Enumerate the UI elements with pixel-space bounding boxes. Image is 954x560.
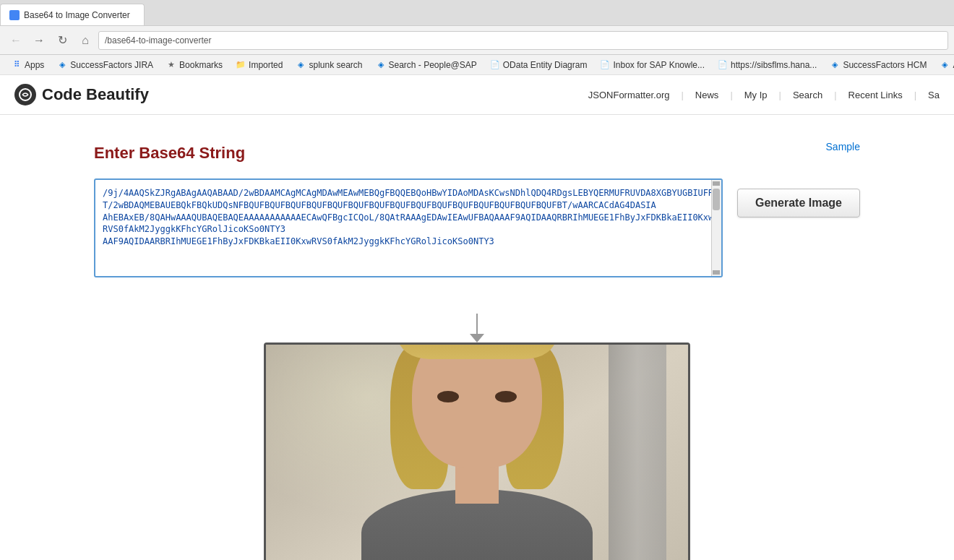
bookmark-inbox-label: Inbox for SAP Knowle... <box>613 60 705 70</box>
address-bar[interactable]: /base64-to-image-converter <box>98 31 948 50</box>
base64-input[interactable]: /9j/4AAQSkZJRgABAgAAQABAAD/2wBDAAMCAgMCA… <box>95 180 721 274</box>
bookmark-apps-label: Apps <box>25 60 44 70</box>
reload-button[interactable]: ↻ <box>52 30 72 51</box>
home-button[interactable]: ⌂ <box>75 30 95 51</box>
bookmark-imported-label: Imported <box>249 60 283 70</box>
svg-marker-2 <box>470 334 484 343</box>
site-nav: JSONFormatter.org | News | My Ip | Searc… <box>588 90 940 100</box>
scrollbar-thumb[interactable] <box>713 189 720 210</box>
inbox-icon: 📄 <box>600 60 610 70</box>
back-button[interactable]: ← <box>6 30 26 51</box>
nav-search[interactable]: Search <box>793 90 822 100</box>
sf-icon: ◈ <box>57 60 67 70</box>
active-tab[interactable]: Base64 to Image Converter <box>0 4 145 25</box>
bookmark-splunk[interactable]: ◈ splunk search <box>290 59 368 72</box>
bookmark-sf-hcm-label: SuccessFactors HCM <box>843 60 927 70</box>
forward-button[interactable]: → <box>29 30 49 51</box>
tab-title: Base64 to Image Converter <box>24 10 130 20</box>
scrollbar[interactable] <box>711 180 721 276</box>
sibs-icon: 📄 <box>718 60 728 70</box>
sf-hcm-icon: ◈ <box>830 60 840 70</box>
bookmark-odata-label: OData Entity Diagram <box>503 60 588 70</box>
bookmark-apps[interactable]: ⠿ Apps <box>6 59 50 72</box>
folder-icon: 📁 <box>236 60 246 70</box>
apilist-icon: ◈ <box>940 60 950 70</box>
bookmark-sf-jira[interactable]: ◈ SuccessFactors JIRA <box>51 59 159 72</box>
bookmark-bookmarks[interactable]: ★ Bookmarks <box>160 59 228 72</box>
nav-sa[interactable]: Sa <box>928 90 940 100</box>
generate-image-button[interactable]: Generate Image <box>737 189 860 217</box>
bookmark-sf-jira-label: SuccessFactors JIRA <box>70 60 153 70</box>
connector-arrow <box>405 314 549 343</box>
sample-link[interactable]: Sample <box>826 141 860 152</box>
bookmark-search-people-label: Search - People@SAP <box>389 60 477 70</box>
browser-frame: Base64 to Image Converter ← → ↻ ⌂ /base6… <box>0 0 954 560</box>
bookmark-bookmarks-label: Bookmarks <box>179 60 223 70</box>
nav-json-formatter[interactable]: JSONFormatter.org <box>588 90 670 100</box>
address-url: /base64-to-image-converter <box>105 35 211 46</box>
website-header: Code Beautify JSONFormatter.org | News |… <box>0 75 954 115</box>
apps-icon: ⠿ <box>12 60 22 70</box>
odata-icon: 📄 <box>490 60 500 70</box>
bookmarks-bar: ⠿ Apps ◈ SuccessFactors JIRA ★ Bookmarks… <box>0 55 954 75</box>
splunk-icon: ◈ <box>296 60 306 70</box>
star-icon: ★ <box>166 60 176 70</box>
site-logo: Code Beautify <box>14 84 149 105</box>
bookmark-apilist[interactable]: ◈ APIList-Modu... <box>934 59 954 72</box>
bookmark-https-sibs[interactable]: 📄 https://sibsflms.hana... <box>712 59 822 72</box>
bookmark-search-people[interactable]: ◈ Search - People@SAP <box>370 59 483 72</box>
output-section <box>94 314 860 560</box>
logo-text: Code Beautify <box>42 85 149 104</box>
bookmark-odata[interactable]: 📄 OData Entity Diagram <box>484 59 593 72</box>
main-content: Enter Base64 String Sample /9j/4AAQSkZJR… <box>0 115 954 560</box>
bookmark-imported[interactable]: 📁 Imported <box>230 59 288 72</box>
svg-point-0 <box>20 89 31 100</box>
page-section: Enter Base64 String Sample /9j/4AAQSkZJR… <box>80 129 874 560</box>
bookmark-inbox[interactable]: 📄 Inbox for SAP Knowle... <box>594 59 710 72</box>
bookmark-splunk-label: splunk search <box>309 60 362 70</box>
nav-my-ip[interactable]: My Ip <box>744 90 768 100</box>
logo-icon <box>14 84 36 105</box>
generated-image <box>266 345 688 560</box>
bookmark-https-sibs-label: https://sibsflms.hana... <box>731 60 817 70</box>
section-title: Enter Base64 String <box>94 144 245 163</box>
tab-bar: Base64 to Image Converter <box>0 0 954 26</box>
textarea-container: /9j/4AAQSkZJRgABAgAAQABAAD/2wBDAAMCAgMCA… <box>94 178 723 277</box>
nav-bar: ← → ↻ ⌂ /base64-to-image-converter <box>0 26 954 55</box>
tab-favicon <box>9 10 20 20</box>
nav-recent-links[interactable]: Recent Links <box>848 90 903 100</box>
bookmark-sf-hcm[interactable]: ◈ SuccessFactors HCM <box>824 59 932 72</box>
search-people-icon: ◈ <box>376 60 386 70</box>
nav-news[interactable]: News <box>695 90 719 100</box>
image-output-container <box>264 343 690 560</box>
